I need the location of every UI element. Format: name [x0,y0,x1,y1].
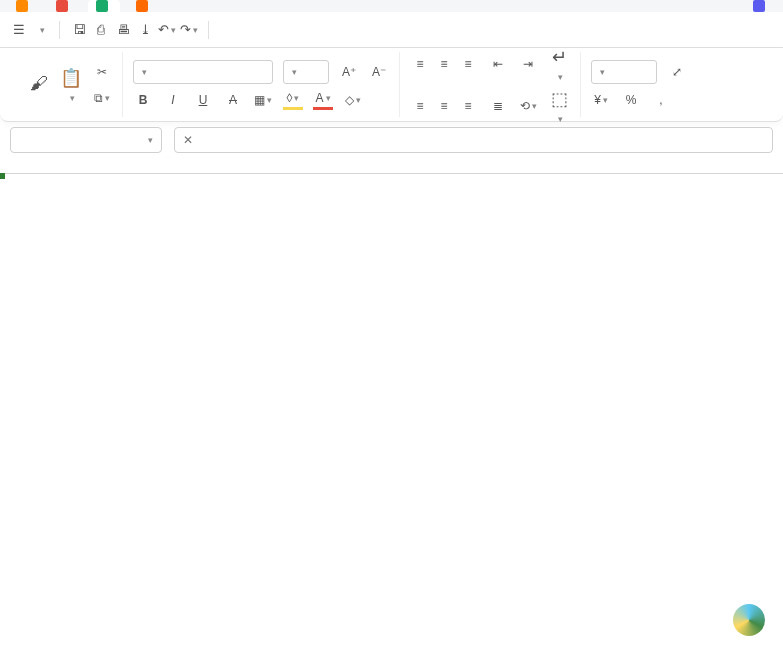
doc-tab-3[interactable] [88,0,120,12]
currency-icon[interactable]: ¥ [591,90,611,110]
save-icon[interactable]: 🖫 [70,21,88,39]
border-icon[interactable]: ▦ [253,90,273,110]
format-dialog-icon[interactable]: ⤢ [667,62,687,82]
ribbon-number: ⤢ ¥ % , [581,52,697,117]
font-name-select[interactable] [133,60,273,84]
undo-icon[interactable]: ↶ [158,21,176,39]
app-icon [16,0,28,12]
number-format-select[interactable] [591,60,657,84]
document-tabs [0,0,783,12]
horizontal-align: ≡ ≡ ≡ [410,96,478,116]
fill-color-icon[interactable]: ◊ [283,90,303,110]
ribbon-align: ≡ ≡ ≡ ⇤ ⇥ ↵ ≡ ≡ ≡ ≣ ⟲ ⬚ [400,52,581,117]
name-box[interactable]: ▾ [10,127,162,153]
cancel-icon[interactable]: ✕ [183,133,193,147]
ribbon: 🖌 📋 ✂ ⧉ A⁺ A⁻ B I U A ▦ ◊ A ◇ ≡ [0,48,783,122]
percent-icon[interactable]: % [621,90,641,110]
font-increase-icon[interactable]: A⁺ [339,62,359,82]
print-icon[interactable]: 🖶 [114,21,132,39]
merge-icon: ⬚ [548,88,570,110]
doc-tab-1[interactable] [8,0,40,12]
comma-icon[interactable]: , [651,90,671,110]
ribbon-clipboard: 🖌 📋 ✂ ⧉ [18,52,123,117]
cut-icon[interactable]: ✂ [92,62,112,82]
doc-tab-pinned[interactable] [745,0,773,12]
doc-tab-4[interactable] [128,0,160,12]
export-icon[interactable]: ⤓ [136,21,154,39]
italic-icon[interactable]: I [163,90,183,110]
formula-bar[interactable]: ✕ [174,127,773,153]
clear-format-icon[interactable]: ◇ [343,90,363,110]
separator [59,21,60,39]
doc-tab-2[interactable] [48,0,80,12]
pptx-icon [136,0,148,12]
align-top-icon[interactable]: ≡ [410,54,430,74]
wrap-text-button[interactable]: ↵ [548,46,570,82]
ribbon-tabs [237,23,413,37]
wrap-icon: ↵ [548,46,570,68]
paste-button[interactable]: 📋 [60,67,82,103]
selection-ring [0,174,4,178]
namebar: ▾ ✕ [0,122,783,154]
font-decrease-icon[interactable]: A⁻ [369,62,389,82]
redo-icon[interactable]: ↷ [180,21,198,39]
print-preview-icon[interactable]: ⎙ [92,21,110,39]
align-center-icon[interactable]: ≡ [434,96,454,116]
indent-increase-icon[interactable]: ⇥ [518,54,538,74]
clipboard-icon: 📋 [60,67,82,89]
align-right-icon[interactable]: ≡ [458,96,478,116]
xlsx-icon [96,0,108,12]
copy-icon[interactable]: ⧉ [92,88,112,108]
spreadsheet-grid[interactable] [0,154,783,174]
menubar: ☰ 🖫 ⎙ 🖶 ⤓ ↶ ↷ [0,12,783,48]
vertical-align: ≡ ≡ ≡ [410,54,478,74]
brush-icon: 🖌 [28,73,50,95]
orientation-icon[interactable]: ⟲ [518,96,538,116]
separator [208,21,209,39]
font-size-select[interactable] [283,60,329,84]
ribbon-font: A⁺ A⁻ B I U A ▦ ◊ A ◇ [123,52,400,117]
align-left-icon[interactable]: ≡ [410,96,430,116]
merge-button[interactable]: ⬚ [548,88,570,124]
underline-icon[interactable]: U [193,90,213,110]
file-menu[interactable] [32,25,49,35]
align-bottom-icon[interactable]: ≡ [458,54,478,74]
logo-icon [733,604,765,636]
chevron-down-icon: ▾ [148,135,153,145]
indent-decrease-icon[interactable]: ⇤ [488,54,508,74]
menu-icon[interactable]: ☰ [10,21,28,39]
strike-icon[interactable]: A [223,90,243,110]
template-icon [56,0,68,12]
word-icon [753,0,765,12]
justify-icon[interactable]: ≣ [488,96,508,116]
font-color-icon[interactable]: A [313,90,333,110]
bold-icon[interactable]: B [133,90,153,110]
align-middle-icon[interactable]: ≡ [434,54,454,74]
watermark [733,604,771,636]
format-painter-button[interactable]: 🖌 [28,73,50,97]
